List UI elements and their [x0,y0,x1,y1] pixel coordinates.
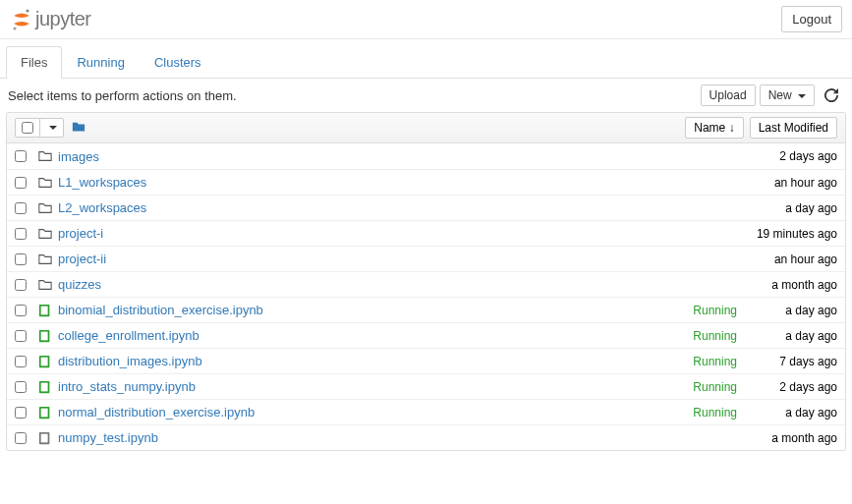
list-item: L1_workspacesan hour ago [7,169,845,195]
item-link[interactable]: project-ii [58,252,106,266]
list-item: quizzesa month ago [7,271,845,297]
arrow-down-icon: ↓ [729,121,735,135]
row-checkbox[interactable] [15,228,38,240]
row-checkbox[interactable] [15,305,38,316]
item-modified: 19 minutes ago [749,227,837,241]
item-modified: 2 days ago [749,380,837,394]
list-item: project-iian hour ago [7,246,845,271]
select-all-group [15,118,64,138]
new-label: New [768,88,792,102]
item-name: L2_workspaces [58,200,749,215]
notebook-icon [38,431,58,445]
status-running: Running [693,406,737,420]
sort-name-button[interactable]: Name ↓ [685,117,743,139]
notebook-icon [38,380,58,394]
item-modified: a day ago [749,201,837,215]
item-modified: a month ago [749,431,837,445]
sort-modified-button[interactable]: Last Modified [750,117,837,139]
item-link[interactable]: college_enrollment.ipynb [58,328,199,343]
new-dropdown[interactable]: New [760,84,815,106]
folder-icon [38,176,58,190]
row-checkbox[interactable] [15,407,38,419]
select-all-checkbox[interactable] [16,119,40,137]
row-checkbox[interactable] [15,356,38,367]
svg-rect-7 [41,357,48,365]
item-name: numpy_test.ipynb [58,430,749,445]
notebook-icon [38,406,58,420]
tabs: FilesRunningClusters [0,45,852,79]
status-running: Running [693,304,737,317]
svg-rect-3 [41,306,48,314]
item-link[interactable]: binomial_distribution_exercise.ipynb [58,303,263,317]
item-name: quizzes [58,277,749,292]
list-item: normal_distribution_exercise.ipynbRunnin… [7,399,845,424]
breadcrumb-home-icon[interactable] [72,120,85,137]
list-item: numpy_test.ipynba month ago [7,424,845,450]
svg-rect-11 [41,408,48,417]
folder-icon [38,252,58,266]
list-item: distribution_images.ipynbRunning7 days a… [7,348,845,373]
folder-icon [38,149,58,163]
select-all-dropdown[interactable] [40,123,63,133]
item-modified: an hour ago [749,176,837,190]
item-name: college_enrollment.ipynb [58,328,693,343]
notebook-icon [38,329,58,343]
item-link[interactable]: L1_workspaces [58,175,146,190]
notebook-icon [38,304,58,317]
list-header: Name ↓ Last Modified [7,113,845,143]
list-item: project-i19 minutes ago [7,220,845,246]
folder-icon [38,278,58,292]
item-link[interactable]: images [58,149,99,164]
row-checkbox[interactable] [15,202,38,214]
item-link[interactable]: project-i [58,226,103,241]
item-link[interactable]: quizzes [58,277,101,292]
tab-running[interactable]: Running [62,46,139,79]
list-item: images2 days ago [7,143,845,169]
row-checkbox[interactable] [15,279,38,291]
item-link[interactable]: normal_distribution_exercise.ipynb [58,405,255,420]
item-modified: 7 days ago [749,355,837,368]
item-link[interactable]: L2_workspaces [58,200,146,215]
item-name: binomial_distribution_exercise.ipynb [58,303,693,317]
item-link[interactable]: numpy_test.ipynb [58,430,158,445]
item-modified: a day ago [749,329,837,343]
status-running: Running [693,355,737,368]
svg-point-0 [26,9,28,12]
logout-button[interactable]: Logout [781,6,842,32]
row-checkbox[interactable] [15,381,38,393]
status-running: Running [693,380,737,394]
list-item: college_enrollment.ipynbRunninga day ago [7,322,845,348]
item-name: L1_workspaces [58,175,749,190]
item-name: intro_stats_numpy.ipynb [58,379,693,394]
list-item: L2_workspacesa day ago [7,195,845,220]
item-link[interactable]: distribution_images.ipynb [58,354,202,368]
row-checkbox[interactable] [15,150,38,162]
list-item: binomial_distribution_exercise.ipynbRunn… [7,297,845,322]
refresh-icon[interactable] [819,86,844,104]
sort-name-label: Name [694,121,725,135]
row-checkbox[interactable] [15,330,38,342]
file-list: Name ↓ Last Modified images2 days agoL1_… [6,112,846,451]
status-running: Running [693,329,737,343]
jupyter-icon [10,8,33,31]
tab-clusters[interactable]: Clusters [140,46,216,79]
row-checkbox[interactable] [15,432,38,444]
folder-icon [38,227,58,241]
item-name: images [58,149,749,164]
notebook-icon [38,355,58,368]
item-modified: 2 days ago [749,149,837,163]
brand-text: jupyter [35,8,91,30]
upload-button[interactable]: Upload [701,84,756,106]
svg-rect-13 [41,433,48,442]
item-name: normal_distribution_exercise.ipynb [58,405,693,420]
row-checkbox[interactable] [15,177,38,189]
tab-files[interactable]: Files [6,46,62,79]
item-modified: a day ago [749,406,837,420]
row-checkbox[interactable] [15,253,38,265]
jupyter-logo[interactable]: jupyter [10,8,91,31]
folder-icon [38,201,58,215]
item-link[interactable]: intro_stats_numpy.ipynb [58,379,196,394]
item-name: project-ii [58,252,749,266]
item-modified: a month ago [749,278,837,292]
caret-down-icon [49,126,57,130]
